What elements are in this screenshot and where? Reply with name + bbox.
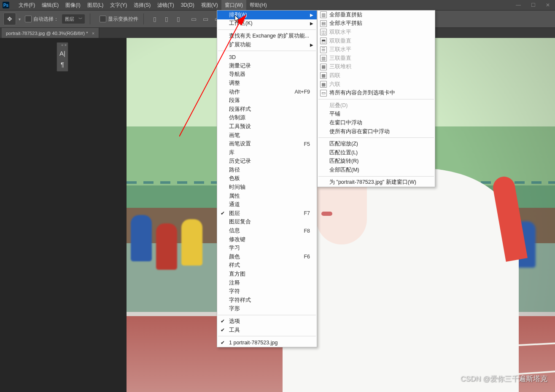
- menu-entry[interactable]: 使所有内容在窗口中浮动: [318, 127, 435, 136]
- menu-entry-label: 时间轴: [229, 184, 245, 191]
- layout-icon: ▥: [320, 55, 327, 62]
- menu-entry-label: 字符: [229, 288, 240, 295]
- doc-tab-title: portrait-787523.jpg @ 40.3%(RGB/8#) *: [6, 31, 88, 36]
- menu-entry-label: 段落样式: [229, 106, 251, 113]
- floating-panel[interactable]: « × A| ¶: [57, 42, 68, 72]
- menu-item[interactable]: 图层(L): [84, 0, 107, 10]
- menu-entry[interactable]: 动作Alt+F9: [217, 88, 317, 97]
- menu-item[interactable]: 3D(D): [178, 0, 198, 10]
- menu-entry[interactable]: 匹配旋转(R): [318, 157, 435, 166]
- menu-entry[interactable]: 段落: [217, 96, 317, 105]
- menu-entry[interactable]: 注释: [217, 279, 317, 287]
- menu-entry[interactable]: ✔图层F7: [217, 209, 317, 218]
- menu-entry[interactable]: 样式: [217, 261, 317, 270]
- menu-entry-label: 信息: [229, 227, 240, 234]
- align-hcenter-icon[interactable]: ▯: [162, 14, 172, 24]
- menu-entry[interactable]: 测量记录: [217, 62, 317, 70]
- menu-item[interactable]: 编辑(E): [38, 0, 62, 10]
- menu-entry[interactable]: 颜色F6: [217, 252, 317, 261]
- character-panel-icon[interactable]: A|: [57, 48, 68, 59]
- align-vcenter-icon[interactable]: ▭: [200, 14, 210, 24]
- menu-entry[interactable]: 库: [217, 148, 317, 157]
- layout-icon: ▦: [320, 72, 327, 79]
- doc-tab[interactable]: portrait-787523.jpg @ 40.3%(RGB/8#) * ×: [2, 28, 99, 39]
- menu-entry-label: 3D: [229, 54, 236, 60]
- window-minimize-icon[interactable]: —: [511, 2, 526, 8]
- close-icon[interactable]: ×: [65, 43, 67, 47]
- menu-entry[interactable]: 匹配位置(L): [318, 148, 435, 157]
- menu-entry-label: 直方图: [229, 271, 245, 278]
- menu-entry[interactable]: 路径: [217, 166, 317, 175]
- menu-entry[interactable]: 历史记录: [217, 157, 317, 166]
- menu-entry[interactable]: 匹配缩放(Z): [318, 140, 435, 148]
- align-right-icon[interactable]: ▯: [173, 14, 183, 24]
- show-transform-checkbox[interactable]: [100, 16, 106, 22]
- layout-icon: ▤: [320, 20, 327, 27]
- auto-select-combo[interactable]: 图层 ﹀: [62, 14, 85, 24]
- menu-item[interactable]: 文字(Y): [107, 0, 130, 10]
- menu-entry[interactable]: 画笔设置F5: [217, 140, 317, 148]
- menu-entry[interactable]: 导航器: [217, 70, 317, 79]
- window-close-icon[interactable]: ✕: [541, 2, 555, 8]
- menu-entry[interactable]: 工作区(K)▶: [217, 19, 317, 28]
- menu-item[interactable]: 文件(F): [15, 0, 38, 10]
- menu-entry[interactable]: ▭将所有内容合并到选项卡中: [318, 89, 435, 97]
- menu-entry[interactable]: 工具预设: [217, 122, 317, 131]
- menu-entry-label: 色板: [229, 175, 240, 182]
- menu-entry[interactable]: 直方图: [217, 270, 317, 279]
- align-top-icon[interactable]: ▭: [189, 14, 199, 24]
- menu-item[interactable]: 选择(S): [130, 0, 154, 10]
- menu-item[interactable]: 窗口(W): [221, 0, 246, 10]
- menu-entry[interactable]: ✔1 portrait-787523.jpg: [217, 338, 317, 347]
- menu-entry[interactable]: 画笔: [217, 131, 317, 140]
- menu-entry[interactable]: 全部匹配(M): [318, 166, 435, 175]
- submenu-arrow-icon: ▶: [310, 13, 313, 17]
- menu-entry-label: 平铺: [329, 110, 340, 118]
- menu-entry: ◫双联水平: [318, 28, 435, 37]
- menu-entry[interactable]: 段落样式: [217, 105, 317, 114]
- menu-entry[interactable]: 时间轴: [217, 183, 317, 192]
- menu-entry[interactable]: 平铺: [318, 110, 435, 119]
- menu-separator: [318, 137, 434, 138]
- menu-entry[interactable]: 在窗口中浮动: [318, 118, 435, 127]
- align-left-icon[interactable]: ▯: [150, 14, 160, 24]
- menu-entry[interactable]: ▤全部水平拼贴: [318, 19, 435, 28]
- menu-entry-label: 四联: [329, 72, 340, 79]
- menu-item[interactable]: 滤镜(T): [154, 0, 177, 10]
- menu-entry[interactable]: 属性: [217, 192, 317, 201]
- menu-entry-label: 匹配位置(L): [329, 149, 358, 156]
- menu-entry[interactable]: 排列(A)▶: [217, 11, 317, 19]
- menu-entry[interactable]: 字符: [217, 287, 317, 296]
- menu-entry[interactable]: 修改键: [217, 235, 317, 244]
- menu-entry[interactable]: 调整: [217, 79, 317, 88]
- menu-entry[interactable]: 学习: [217, 244, 317, 252]
- menu-item[interactable]: 图像(I): [62, 0, 84, 10]
- move-tool-icon[interactable]: ✥: [3, 13, 16, 25]
- menu-entry[interactable]: 信息F8: [217, 226, 317, 235]
- menu-entry[interactable]: 扩展功能▶: [217, 40, 317, 49]
- menu-item[interactable]: 帮助(H): [246, 0, 270, 10]
- auto-select-checkbox[interactable]: [25, 16, 32, 22]
- menu-entry[interactable]: 字符样式: [217, 296, 317, 305]
- menu-entry[interactable]: 仿制源: [217, 114, 317, 123]
- menu-item[interactable]: 视图(V): [198, 0, 221, 10]
- menu-entry[interactable]: 色板: [217, 175, 317, 183]
- menu-entry[interactable]: 为 "portrait-787523.jpg" 新建窗口(W): [318, 178, 435, 187]
- menu-entry[interactable]: 字形: [217, 305, 317, 314]
- close-icon[interactable]: ×: [92, 31, 94, 36]
- submenu-arrow-icon: ▶: [310, 43, 313, 47]
- collapse-icon[interactable]: «: [61, 43, 63, 47]
- paragraph-panel-icon[interactable]: ¶: [57, 59, 68, 70]
- menu-entry[interactable]: 通道: [217, 200, 317, 209]
- menu-entry-label: 仿制源: [229, 114, 245, 121]
- menu-entry[interactable]: ▥全部垂直拼贴: [318, 11, 435, 19]
- menu-entry[interactable]: 查找有关 Exchange 的扩展功能...: [217, 32, 317, 40]
- menu-entry[interactable]: ✔选项: [217, 317, 317, 326]
- menu-entry-label: 图层: [229, 210, 240, 217]
- menu-entry[interactable]: 图层复合: [217, 218, 317, 227]
- window-maximize-icon[interactable]: ☐: [526, 2, 541, 8]
- layout-icon: ▥: [320, 11, 327, 18]
- dropdown-caret-icon[interactable]: ▾: [19, 17, 21, 21]
- menu-entry[interactable]: 3D: [217, 53, 317, 62]
- menu-entry[interactable]: ✔工具: [217, 326, 317, 335]
